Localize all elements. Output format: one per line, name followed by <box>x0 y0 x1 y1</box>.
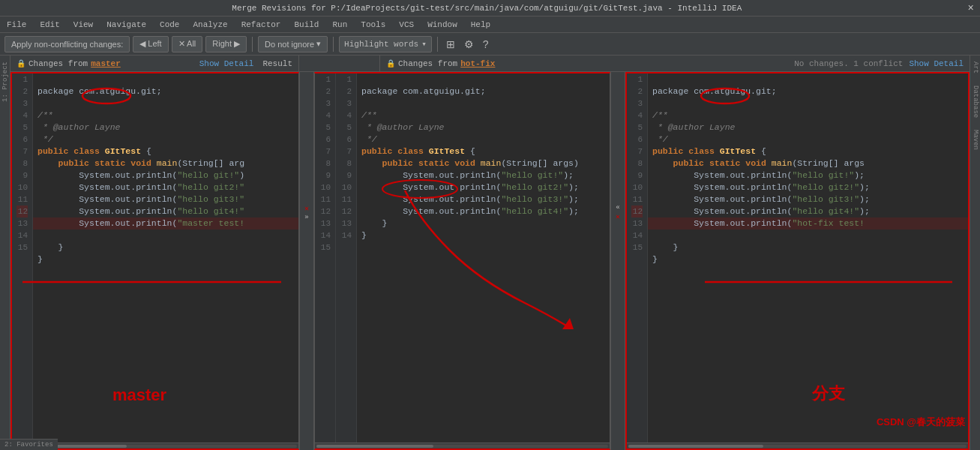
watermark: CSDN @春天的菠菜 <box>877 416 965 429</box>
menu-run[interactable]: Run <box>328 19 351 31</box>
menu-analyze[interactable]: Analyze <box>189 19 231 31</box>
no-changes-text: No changes. 1 conflict <box>794 59 903 68</box>
right-label: Right ▶ <box>212 39 240 49</box>
settings-icon-button[interactable]: ⊞ <box>443 36 458 52</box>
all-button[interactable]: ✕ All <box>172 36 203 52</box>
project-tab[interactable]: 1: Project <box>1 62 9 102</box>
window-title: Merge Revisions for P:/IdeaProjects/git-… <box>6 4 968 13</box>
menu-navigate[interactable]: Navigate <box>103 19 150 31</box>
highlight-words-dropdown[interactable]: Highlight words ▾ <box>339 36 432 52</box>
left-label: ◀ Left <box>139 39 161 49</box>
conflict-nav-right: « ✕ <box>616 204 620 221</box>
show-detail-link-left[interactable]: Show Detail <box>199 59 254 68</box>
middle-editor-inner[interactable]: 12345 678910 1112131415 12345 678910 111… <box>315 74 610 442</box>
middle-changes-section <box>299 56 380 71</box>
toolbar: Apply non-conflicting changes: ◀ Left ✕ … <box>0 33 980 56</box>
right-branch-name: hot-fix <box>460 59 495 68</box>
apply-changes-label: Apply non-conflicting changes: <box>11 40 123 49</box>
middle-code-area[interactable]: package com.atguigu.git; /** * @author L… <box>357 74 610 442</box>
gear-icon-button[interactable]: ⚙ <box>461 36 477 52</box>
all-label: ✕ All <box>178 39 196 49</box>
apply-changes-button[interactable]: Apply non-conflicting changes: <box>4 36 130 52</box>
right-editor-pane: 12345 678910 1112 131415 package com.atg… <box>625 72 970 450</box>
do-not-ignore-button[interactable]: Do not ignore ▾ <box>258 36 328 52</box>
left-line-numbers: 12345 678910 1112 131415 <box>12 74 33 442</box>
middle-right-line-numbers: 12345 678910 11121314 <box>336 74 357 442</box>
menu-edit[interactable]: Edit <box>36 19 63 31</box>
do-not-ignore-label: Do not ignore <box>265 40 314 49</box>
separator-2 <box>333 37 334 52</box>
branch-annotation-label: 分支 <box>812 382 845 405</box>
right-line-numbers: 12345 678910 1112 131415 <box>627 74 648 442</box>
changes-bar: 🔒 Changes from master Show Detail Result… <box>10 56 970 72</box>
dropdown-arrow: ▾ <box>316 39 321 49</box>
right-changes-prefix: Changes from <box>398 59 457 68</box>
menu-tools[interactable]: Tools <box>357 19 389 31</box>
conflict-arrow-right[interactable]: ✕ <box>616 212 620 221</box>
favorites-tab[interactable]: 2: Favorites <box>0 439 58 450</box>
menu-help[interactable]: Help <box>467 19 494 31</box>
conflict-arrow-left[interactable]: ✕ <box>304 204 309 213</box>
left-middle-nav: ✕ » <box>299 72 314 450</box>
right-scrollbar[interactable] <box>627 442 968 448</box>
menu-view[interactable]: View <box>70 19 97 31</box>
art-tab[interactable]: Art <box>972 62 979 74</box>
left-button[interactable]: ◀ Left <box>133 36 168 52</box>
conflict-nav-left: ✕ » <box>304 204 309 221</box>
menu-file[interactable]: File <box>3 19 30 31</box>
left-branch-name: master <box>91 59 121 68</box>
help-icon-button[interactable]: ? <box>480 36 492 52</box>
maven-tab[interactable]: Maven <box>972 130 979 150</box>
right-changes-section: 🔒 Changes from hot-fix No changes. 1 con… <box>380 56 970 71</box>
menu-code[interactable]: Code <box>156 19 183 31</box>
menu-bar: File Edit View Navigate Code Analyze Ref… <box>0 16 980 33</box>
right-button[interactable]: Right ▶ <box>205 36 247 52</box>
conflict-apply-left[interactable]: » <box>304 214 308 221</box>
highlight-words-label: Highlight words <box>344 40 418 49</box>
menu-vcs[interactable]: VCS <box>395 19 418 31</box>
right-lock-icon: 🔒 <box>386 59 395 68</box>
menu-build[interactable]: Build <box>290 19 322 31</box>
left-side-panel: 1: Project <box>0 56 10 450</box>
close-button[interactable]: × <box>968 2 974 14</box>
separator-1 <box>252 37 253 52</box>
middle-left-line-numbers: 12345 678910 1112131415 <box>315 74 336 442</box>
right-editor-inner[interactable]: 12345 678910 1112 131415 package com.atg… <box>627 74 968 442</box>
show-detail-link-right[interactable]: Show Detail <box>909 59 964 68</box>
right-side-panel: Art Database Maven <box>970 56 980 450</box>
highlight-dropdown-arrow: ▾ <box>421 39 427 49</box>
separator-3 <box>437 37 438 52</box>
menu-window[interactable]: Window <box>424 19 461 31</box>
middle-scrollbar[interactable] <box>315 442 610 448</box>
master-annotation-label: master <box>112 386 166 405</box>
title-bar: Merge Revisions for P:/IdeaProjects/git-… <box>0 0 980 16</box>
left-changes-prefix: Changes from <box>28 59 88 68</box>
conflict-apply-right[interactable]: « <box>616 204 619 212</box>
middle-editor-pane: 12345 678910 1112131415 12345 678910 111… <box>314 72 610 450</box>
right-code-area[interactable]: package com.atguigu.git; /** * @author L… <box>648 74 968 442</box>
result-label: Result <box>262 59 292 68</box>
middle-right-nav: « ✕ <box>610 72 625 450</box>
menu-refactor[interactable]: Refactor <box>238 19 285 31</box>
left-changes-section: 🔒 Changes from master Show Detail Result <box>10 56 299 71</box>
left-lock-icon: 🔒 <box>16 59 25 68</box>
database-tab[interactable]: Database <box>972 86 979 118</box>
